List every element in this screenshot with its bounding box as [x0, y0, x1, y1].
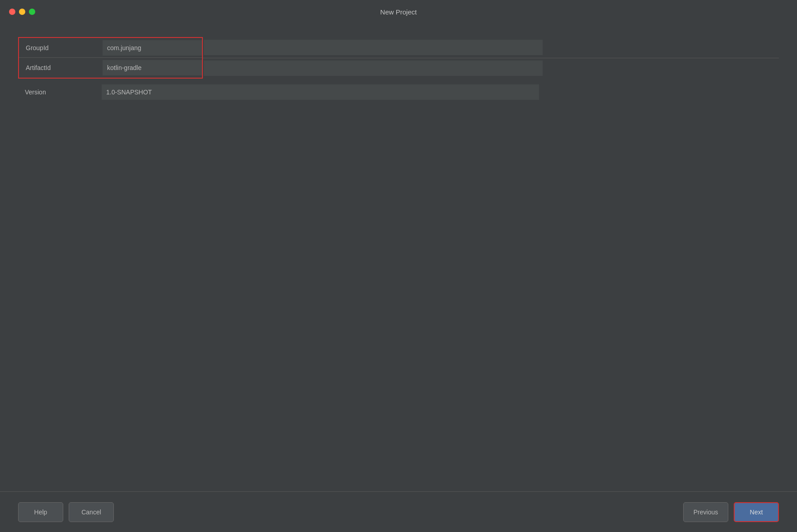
- groupid-input[interactable]: [103, 40, 202, 56]
- artifactid-label: ArtifactId: [19, 61, 103, 75]
- maximize-button[interactable]: [29, 9, 35, 15]
- bottom-right-buttons: Previous Next: [683, 502, 779, 522]
- extended-inputs: [203, 37, 779, 79]
- title-bar: New Project: [0, 0, 797, 23]
- help-button[interactable]: Help: [18, 502, 63, 522]
- content-area: GroupId ArtifactId Versi: [0, 23, 797, 491]
- highlighted-fields: GroupId ArtifactId: [18, 37, 203, 79]
- groupid-row: GroupId: [19, 38, 202, 58]
- main-window: New Project GroupId ArtifactId: [0, 0, 797, 532]
- artifactid-ext-input[interactable]: [204, 61, 543, 76]
- bottom-bar: Help Cancel Previous Next: [0, 491, 797, 532]
- groupid-label: GroupId: [19, 41, 103, 55]
- artifactid-input[interactable]: [103, 60, 202, 75]
- groupid-ext-input[interactable]: [204, 40, 543, 55]
- artifactid-row: ArtifactId: [19, 58, 202, 78]
- close-button[interactable]: [9, 9, 15, 15]
- bottom-left-buttons: Help Cancel: [18, 502, 114, 522]
- version-input[interactable]: [102, 84, 539, 100]
- next-button[interactable]: Next: [734, 502, 779, 522]
- window-title: New Project: [380, 8, 417, 16]
- previous-button[interactable]: Previous: [683, 502, 728, 522]
- minimize-button[interactable]: [19, 9, 25, 15]
- window-controls: [9, 9, 35, 15]
- cancel-button[interactable]: Cancel: [69, 502, 114, 522]
- version-label: Version: [18, 85, 102, 99]
- version-row: Version: [18, 82, 779, 102]
